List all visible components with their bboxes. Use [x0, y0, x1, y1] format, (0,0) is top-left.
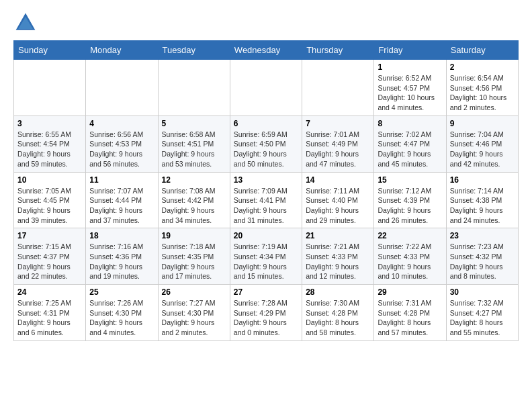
day-info: Sunrise: 7:02 AM Sunset: 4:47 PM Dayligh…	[378, 130, 442, 169]
calendar-cell: 20Sunrise: 7:19 AM Sunset: 4:34 PM Dayli…	[230, 228, 302, 285]
calendar-cell: 1Sunrise: 6:52 AM Sunset: 4:57 PM Daylig…	[374, 60, 446, 116]
calendar-cell: 10Sunrise: 7:05 AM Sunset: 4:45 PM Dayli…	[14, 172, 86, 228]
calendar-cell: 4Sunrise: 6:56 AM Sunset: 4:53 PM Daylig…	[86, 116, 158, 172]
page: SundayMondayTuesdayWednesdayThursdayFrid…	[0, 0, 532, 348]
calendar-cell: 30Sunrise: 7:32 AM Sunset: 4:27 PM Dayli…	[446, 285, 518, 341]
day-number: 18	[89, 231, 154, 240]
calendar-cell: 16Sunrise: 7:14 AM Sunset: 4:38 PM Dayli…	[446, 172, 518, 228]
calendar: SundayMondayTuesdayWednesdayThursdayFrid…	[13, 40, 519, 341]
day-number: 16	[450, 175, 515, 185]
day-info: Sunrise: 7:30 AM Sunset: 4:28 PM Dayligh…	[306, 298, 370, 338]
day-info: Sunrise: 7:01 AM Sunset: 4:49 PM Dayligh…	[306, 130, 370, 169]
day-info: Sunrise: 7:32 AM Sunset: 4:27 PM Dayligh…	[450, 298, 515, 338]
day-number: 14	[306, 175, 370, 185]
calendar-cell: 2Sunrise: 6:54 AM Sunset: 4:56 PM Daylig…	[446, 60, 518, 116]
header	[13, 11, 519, 35]
calendar-cell	[230, 60, 302, 116]
calendar-cell	[86, 60, 158, 116]
day-number: 27	[234, 287, 298, 297]
calendar-cell: 25Sunrise: 7:26 AM Sunset: 4:30 PM Dayli…	[86, 285, 158, 341]
day-number: 17	[17, 231, 82, 240]
day-info: Sunrise: 7:28 AM Sunset: 4:29 PM Dayligh…	[234, 298, 298, 338]
day-info: Sunrise: 7:14 AM Sunset: 4:38 PM Dayligh…	[450, 186, 515, 226]
day-number: 24	[17, 287, 82, 297]
calendar-cell	[302, 60, 374, 116]
day-number: 25	[89, 287, 154, 297]
calendar-cell: 18Sunrise: 7:16 AM Sunset: 4:36 PM Dayli…	[86, 228, 158, 285]
day-info: Sunrise: 7:26 AM Sunset: 4:30 PM Dayligh…	[89, 298, 154, 338]
calendar-cell: 29Sunrise: 7:31 AM Sunset: 4:28 PM Dayli…	[374, 285, 446, 341]
day-number: 2	[450, 62, 515, 72]
day-number: 1	[378, 62, 442, 72]
weekday-header: Wednesday	[230, 41, 302, 60]
day-number: 26	[162, 287, 226, 297]
day-info: Sunrise: 7:22 AM Sunset: 4:33 PM Dayligh…	[378, 242, 442, 281]
calendar-cell: 14Sunrise: 7:11 AM Sunset: 4:40 PM Dayli…	[302, 172, 374, 228]
day-number: 23	[450, 231, 515, 240]
day-number: 13	[234, 175, 298, 185]
day-number: 21	[306, 231, 370, 240]
day-info: Sunrise: 7:12 AM Sunset: 4:39 PM Dayligh…	[378, 186, 442, 226]
calendar-cell: 19Sunrise: 7:18 AM Sunset: 4:35 PM Dayli…	[158, 228, 230, 285]
calendar-cell: 21Sunrise: 7:21 AM Sunset: 4:33 PM Dayli…	[302, 228, 374, 285]
calendar-cell: 8Sunrise: 7:02 AM Sunset: 4:47 PM Daylig…	[374, 116, 446, 172]
calendar-cell: 13Sunrise: 7:09 AM Sunset: 4:41 PM Dayli…	[230, 172, 302, 228]
day-info: Sunrise: 7:07 AM Sunset: 4:44 PM Dayligh…	[89, 186, 154, 226]
day-info: Sunrise: 7:31 AM Sunset: 4:28 PM Dayligh…	[378, 298, 442, 338]
calendar-week-row: 1Sunrise: 6:52 AM Sunset: 4:57 PM Daylig…	[14, 60, 519, 116]
weekday-header: Monday	[86, 41, 158, 60]
calendar-cell: 7Sunrise: 7:01 AM Sunset: 4:49 PM Daylig…	[302, 116, 374, 172]
calendar-week-row: 3Sunrise: 6:55 AM Sunset: 4:54 PM Daylig…	[14, 116, 519, 172]
day-number: 12	[162, 175, 226, 185]
day-info: Sunrise: 7:08 AM Sunset: 4:42 PM Dayligh…	[162, 186, 226, 226]
day-info: Sunrise: 7:11 AM Sunset: 4:40 PM Dayligh…	[306, 186, 370, 226]
logo-icon	[13, 11, 38, 35]
calendar-cell: 24Sunrise: 7:25 AM Sunset: 4:31 PM Dayli…	[14, 285, 86, 341]
day-number: 10	[17, 175, 82, 185]
day-number: 5	[162, 119, 226, 128]
calendar-cell: 12Sunrise: 7:08 AM Sunset: 4:42 PM Dayli…	[158, 172, 230, 228]
calendar-week-row: 10Sunrise: 7:05 AM Sunset: 4:45 PM Dayli…	[14, 172, 519, 228]
day-info: Sunrise: 7:18 AM Sunset: 4:35 PM Dayligh…	[162, 242, 226, 281]
day-number: 30	[450, 287, 515, 297]
day-info: Sunrise: 7:25 AM Sunset: 4:31 PM Dayligh…	[17, 298, 82, 338]
day-info: Sunrise: 6:55 AM Sunset: 4:54 PM Dayligh…	[17, 130, 82, 169]
calendar-cell: 22Sunrise: 7:22 AM Sunset: 4:33 PM Dayli…	[374, 228, 446, 285]
weekday-header: Friday	[374, 41, 446, 60]
day-number: 22	[378, 231, 442, 240]
calendar-cell: 5Sunrise: 6:58 AM Sunset: 4:51 PM Daylig…	[158, 116, 230, 172]
day-info: Sunrise: 7:19 AM Sunset: 4:34 PM Dayligh…	[234, 242, 298, 281]
day-number: 3	[17, 119, 82, 128]
day-number: 8	[378, 119, 442, 128]
day-number: 4	[89, 119, 154, 128]
day-info: Sunrise: 7:16 AM Sunset: 4:36 PM Dayligh…	[89, 242, 154, 281]
calendar-cell	[158, 60, 230, 116]
day-info: Sunrise: 6:59 AM Sunset: 4:50 PM Dayligh…	[234, 130, 298, 169]
calendar-week-row: 17Sunrise: 7:15 AM Sunset: 4:37 PM Dayli…	[14, 228, 519, 285]
calendar-cell: 6Sunrise: 6:59 AM Sunset: 4:50 PM Daylig…	[230, 116, 302, 172]
day-number: 29	[378, 287, 442, 297]
day-number: 7	[306, 119, 370, 128]
calendar-header-row: SundayMondayTuesdayWednesdayThursdayFrid…	[14, 41, 519, 60]
day-number: 11	[89, 175, 154, 185]
day-info: Sunrise: 7:09 AM Sunset: 4:41 PM Dayligh…	[234, 186, 298, 226]
calendar-cell: 27Sunrise: 7:28 AM Sunset: 4:29 PM Dayli…	[230, 285, 302, 341]
day-number: 9	[450, 119, 515, 128]
day-info: Sunrise: 7:27 AM Sunset: 4:30 PM Dayligh…	[162, 298, 226, 338]
day-info: Sunrise: 7:21 AM Sunset: 4:33 PM Dayligh…	[306, 242, 370, 281]
day-number: 15	[378, 175, 442, 185]
calendar-cell: 9Sunrise: 7:04 AM Sunset: 4:46 PM Daylig…	[446, 116, 518, 172]
calendar-cell: 28Sunrise: 7:30 AM Sunset: 4:28 PM Dayli…	[302, 285, 374, 341]
day-number: 28	[306, 287, 370, 297]
weekday-header: Saturday	[446, 41, 518, 60]
calendar-cell: 15Sunrise: 7:12 AM Sunset: 4:39 PM Dayli…	[374, 172, 446, 228]
calendar-cell: 17Sunrise: 7:15 AM Sunset: 4:37 PM Dayli…	[14, 228, 86, 285]
calendar-cell: 23Sunrise: 7:23 AM Sunset: 4:32 PM Dayli…	[446, 228, 518, 285]
weekday-header: Thursday	[302, 41, 374, 60]
calendar-cell	[14, 60, 86, 116]
day-info: Sunrise: 7:05 AM Sunset: 4:45 PM Dayligh…	[17, 186, 82, 226]
day-info: Sunrise: 6:56 AM Sunset: 4:53 PM Dayligh…	[89, 130, 154, 169]
day-info: Sunrise: 7:23 AM Sunset: 4:32 PM Dayligh…	[450, 242, 515, 281]
day-number: 6	[234, 119, 298, 128]
day-number: 19	[162, 231, 226, 240]
